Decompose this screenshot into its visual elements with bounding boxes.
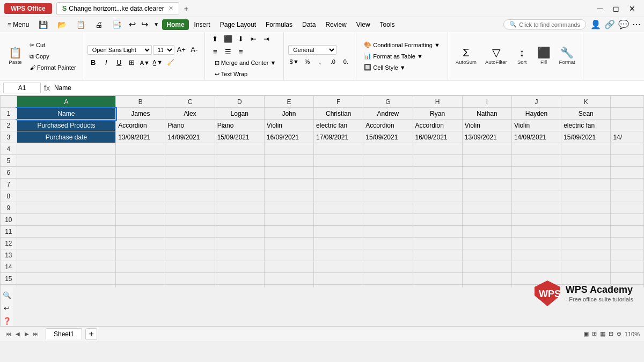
align-center-button[interactable]: ☰: [222, 46, 234, 58]
table-cell[interactable]: [561, 249, 611, 261]
table-cell[interactable]: Purchase date: [17, 131, 115, 143]
table-cell[interactable]: [363, 285, 413, 288]
sheet-prev-button[interactable]: ◀: [13, 330, 22, 338]
cell-style-dropdown[interactable]: ▼: [400, 64, 406, 71]
menu-item-page-layout[interactable]: Page Layout: [216, 19, 260, 30]
table-cell[interactable]: [561, 214, 611, 226]
tab-close-icon[interactable]: ✕: [169, 5, 173, 12]
table-cell[interactable]: Christian: [314, 108, 363, 120]
table-cell[interactable]: [611, 108, 644, 120]
row-header-13[interactable]: 13: [1, 249, 17, 261]
table-cell[interactable]: [314, 179, 363, 190]
table-cell[interactable]: [215, 179, 264, 190]
table-cell[interactable]: [611, 249, 644, 261]
table-cell[interactable]: [314, 202, 363, 214]
table-cell[interactable]: [511, 238, 561, 249]
table-cell[interactable]: [462, 238, 511, 249]
table-cell[interactable]: [116, 261, 165, 273]
table-cell[interactable]: [17, 202, 115, 214]
table-cell[interactable]: [413, 202, 462, 214]
col-header-F[interactable]: F: [314, 96, 363, 108]
align-middle-button[interactable]: ⬛: [222, 33, 234, 45]
spreadsheet-scroll-area[interactable]: A B C D E F G H I J K 1NameJamesAlexLoga…: [0, 95, 644, 287]
minimize-button[interactable]: ─: [592, 3, 608, 14]
fill-button[interactable]: ⬛ Fill: [534, 45, 554, 67]
font-name-select[interactable]: Open Sans Light: [87, 45, 152, 55]
table-cell[interactable]: [165, 226, 215, 238]
row-header-2[interactable]: 2: [1, 120, 17, 131]
table-cell[interactable]: [363, 202, 413, 214]
panel-btn-2[interactable]: ↩: [2, 302, 12, 313]
table-cell[interactable]: [611, 155, 644, 167]
table-cell[interactable]: [462, 214, 511, 226]
table-cell[interactable]: [116, 190, 165, 202]
copy-button[interactable]: ⧉ Copy: [26, 51, 79, 62]
row-header-9[interactable]: 9: [1, 202, 17, 214]
align-top-button[interactable]: ⬆: [209, 33, 221, 45]
table-cell[interactable]: [511, 249, 561, 261]
table-cell[interactable]: [561, 179, 611, 190]
table-cell[interactable]: [264, 238, 313, 249]
table-cell[interactable]: 16/09/2021: [264, 131, 313, 143]
font-color-button[interactable]: A̲▼: [152, 57, 164, 69]
format-button[interactable]: 🔧 Format: [556, 45, 579, 67]
table-cell[interactable]: Violin: [264, 120, 313, 131]
table-cell[interactable]: [314, 190, 363, 202]
table-cell[interactable]: [165, 249, 215, 261]
table-cell[interactable]: [116, 179, 165, 190]
table-cell[interactable]: [215, 273, 264, 285]
comment-icon[interactable]: 💬: [618, 19, 629, 29]
bold-button[interactable]: B: [87, 57, 99, 69]
status-icon-3[interactable]: ▦: [600, 330, 605, 337]
table-cell[interactable]: [363, 226, 413, 238]
table-cell[interactable]: [314, 285, 363, 288]
table-cell[interactable]: 13/09/2021: [462, 131, 511, 143]
merge-center-dropdown[interactable]: ▼: [270, 60, 276, 66]
align-left-button[interactable]: ≡: [209, 46, 221, 58]
table-cell[interactable]: [363, 261, 413, 273]
table-cell[interactable]: [413, 226, 462, 238]
table-cell[interactable]: [215, 226, 264, 238]
table-cell[interactable]: [363, 273, 413, 285]
table-cell[interactable]: [116, 214, 165, 226]
table-cell[interactable]: [363, 190, 413, 202]
row-header-10[interactable]: 10: [1, 214, 17, 226]
font-size-select[interactable]: 11: [153, 45, 174, 55]
wrap-text-button[interactable]: ↩ Text Wrap: [211, 69, 280, 79]
col-header-extra[interactable]: [611, 96, 644, 108]
table-cell[interactable]: [215, 261, 264, 273]
table-cell[interactable]: [165, 273, 215, 285]
table-cell[interactable]: [462, 285, 511, 288]
decrease-decimal-button[interactable]: 0.: [340, 56, 352, 68]
table-cell[interactable]: [314, 226, 363, 238]
table-cell[interactable]: [611, 238, 644, 249]
row-header-12[interactable]: 12: [1, 238, 17, 249]
table-cell[interactable]: [511, 226, 561, 238]
table-cell[interactable]: electric fan: [561, 120, 611, 131]
table-cell[interactable]: [413, 273, 462, 285]
menu-item-review[interactable]: Review: [321, 19, 350, 30]
table-cell[interactable]: [264, 143, 313, 155]
table-cell[interactable]: [264, 273, 313, 285]
menu-item-tools[interactable]: Tools: [376, 19, 399, 30]
table-cell[interactable]: [314, 249, 363, 261]
table-cell[interactable]: [17, 167, 115, 179]
table-cell[interactable]: [462, 261, 511, 273]
table-cell[interactable]: [511, 155, 561, 167]
table-cell[interactable]: [17, 226, 115, 238]
menu-item-formulas[interactable]: Formulas: [261, 19, 297, 30]
table-cell[interactable]: [363, 249, 413, 261]
align-bottom-button[interactable]: ⬇: [235, 33, 247, 45]
table-cell[interactable]: [314, 167, 363, 179]
table-cell[interactable]: Hayden: [511, 108, 561, 120]
table-cell[interactable]: [165, 167, 215, 179]
comma-button[interactable]: ,: [314, 56, 326, 68]
status-icon-5[interactable]: ⊕: [617, 330, 621, 337]
indent-decrease-button[interactable]: ⇤: [248, 33, 260, 45]
table-cell[interactable]: [215, 249, 264, 261]
table-cell[interactable]: Ryan: [413, 108, 462, 120]
table-cell[interactable]: John: [264, 108, 313, 120]
table-cell[interactable]: [363, 238, 413, 249]
table-cell[interactable]: [611, 202, 644, 214]
status-icon-4[interactable]: ⊟: [609, 330, 613, 337]
